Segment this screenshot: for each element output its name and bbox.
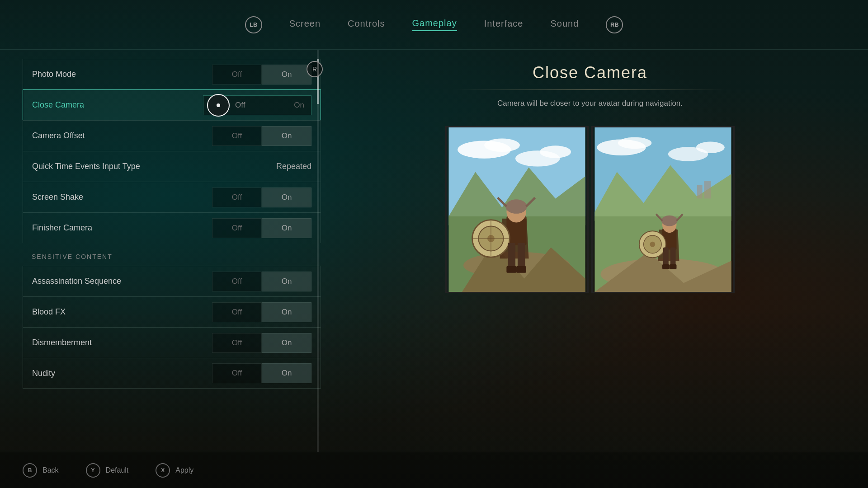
finisher-camera-label: Finisher Camera [32,223,212,233]
photo-mode-toggle[interactable]: Off On [212,65,311,84]
svg-rect-20 [508,243,515,270]
dismemberment-label: Dismemberment [32,338,212,347]
assassination-label: Assassination Sequence [32,277,212,286]
svg-rect-23 [516,266,526,273]
assassination-off[interactable]: Off [212,272,262,291]
tab-interface[interactable]: Interface [484,19,524,31]
setting-screen-shake[interactable]: Screen Shake Off On [23,182,321,212]
nudity-toggle[interactable]: Off On [212,363,311,383]
blood-fx-on[interactable]: On [262,302,311,322]
setting-close-camera[interactable]: Close Camera Off On [23,89,321,120]
camera-offset-on[interactable]: On [262,126,311,146]
tab-sound[interactable]: Sound [551,19,579,31]
camera-offset-off[interactable]: Off [212,126,262,146]
finisher-camera-off[interactable]: Off [212,218,262,238]
slider-thumb [207,94,230,117]
close-camera-off: Off [235,101,245,110]
default-button[interactable]: Y Default [86,463,129,478]
photo-mode-on[interactable]: On [262,65,311,84]
photo-mode-off[interactable]: Off [212,65,262,84]
top-navigation: LB Screen Controls Gameplay Interface So… [0,0,868,50]
svg-point-2 [484,139,520,152]
settings-list: Photo Mode Off On Close Camera Off On C [23,59,321,389]
preview-container [445,126,735,293]
rb-button[interactable]: RB [606,16,623,33]
setting-nudity[interactable]: Nudity Off On [23,358,321,389]
blood-fx-off[interactable]: Off [212,302,262,322]
scrollbar[interactable] [316,50,319,452]
close-camera-on: On [294,101,304,110]
detail-divider [454,89,726,90]
svg-point-38 [661,216,677,226]
setting-finisher-camera[interactable]: Finisher Camera Off On [23,212,321,243]
screen-shake-label: Screen Shake [32,192,212,202]
blood-fx-label: Blood FX [32,307,212,317]
x-icon: X [156,463,170,478]
slider-thumb-dot [217,103,220,107]
scroll-track [317,50,319,452]
finisher-camera-toggle[interactable]: Off On [212,218,311,238]
screen-shake-off[interactable]: Off [212,188,262,207]
setting-assassination[interactable]: Assassination Sequence Off On [23,266,321,296]
setting-camera-offset[interactable]: Camera Offset Off On [23,120,321,151]
nudity-label: Nudity [32,369,212,378]
dismemberment-off[interactable]: Off [212,333,262,353]
close-camera-label: Close Camera [32,100,203,110]
svg-point-43 [650,242,655,247]
camera-offset-label: Camera Offset [32,131,212,141]
y-icon: Y [86,463,100,478]
camera-offset-toggle[interactable]: Off On [212,126,311,146]
detail-title: Close Camera [533,63,647,82]
screen-shake-on[interactable]: On [262,188,311,207]
screen-shake-toggle[interactable]: Off On [212,188,311,207]
svg-rect-44 [663,248,669,267]
setting-qte[interactable]: Quick Time Events Input Type Repeated [23,151,321,182]
svg-point-12 [505,199,527,213]
setting-dismemberment[interactable]: Dismemberment Off On [23,327,321,358]
apply-button[interactable]: X Apply [156,463,193,478]
qte-value: Repeated [276,162,311,171]
svg-rect-45 [670,248,676,267]
close-camera-slider[interactable]: Off On [203,95,311,115]
photo-mode-label: Photo Mode [32,70,212,79]
bottom-bar: B Back Y Default X Apply [0,452,868,488]
svg-rect-22 [506,266,516,273]
settings-panel: Photo Mode Off On Close Camera Off On C [23,50,321,452]
svg-rect-33 [697,185,703,199]
svg-point-26 [618,137,652,149]
svg-rect-21 [518,243,525,270]
detail-description: Camera will be closer to your avatar dur… [497,99,683,108]
preview-image-close [445,126,589,293]
back-label: Back [42,466,59,474]
lb-button[interactable]: LB [245,16,262,33]
dismemberment-toggle[interactable]: Off On [212,333,311,353]
assassination-toggle[interactable]: Off On [212,272,311,291]
setting-blood-fx[interactable]: Blood FX Off On [23,296,321,327]
preview-image-far [591,126,735,293]
svg-rect-47 [670,264,677,269]
slider-track: Off On [203,95,311,115]
setting-photo-mode[interactable]: Photo Mode Off On [23,59,321,89]
apply-label: Apply [175,466,193,474]
blood-fx-toggle[interactable]: Off On [212,302,311,322]
svg-rect-34 [704,181,711,198]
tab-controls[interactable]: Controls [348,19,385,31]
tab-gameplay[interactable]: Gameplay [412,18,457,31]
svg-point-28 [696,141,725,153]
detail-panel: Close Camera Camera will be closer to yo… [326,50,854,452]
nudity-on[interactable]: On [262,363,311,383]
dismemberment-on[interactable]: On [262,333,311,353]
svg-rect-46 [662,264,670,269]
nudity-off[interactable]: Off [212,363,262,383]
finisher-camera-on[interactable]: On [262,218,311,238]
r-icon: R [307,61,323,77]
assassination-on[interactable]: On [262,272,311,291]
sensitive-content-header: SENSITIVE CONTENT [23,243,321,266]
back-button[interactable]: B Back [23,463,59,478]
default-label: Default [106,466,129,474]
b-icon: B [23,463,37,478]
qte-label: Quick Time Events Input Type [32,162,276,171]
svg-point-4 [540,145,571,158]
tab-screen[interactable]: Screen [289,19,321,31]
